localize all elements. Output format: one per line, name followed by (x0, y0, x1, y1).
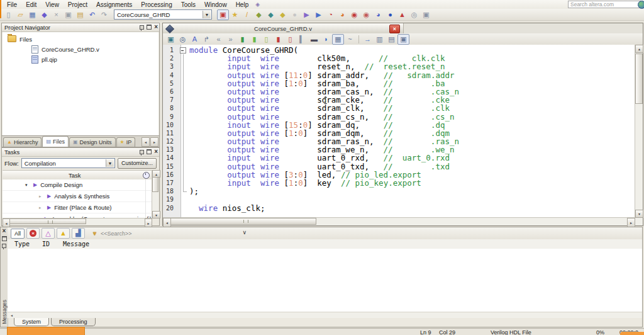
qsys-icon[interactable]: ● (384, 9, 396, 20)
fullscreen-icon[interactable]: ▣ (397, 34, 409, 45)
bookmark-add-icon[interactable]: ▮ (248, 34, 260, 45)
task-compile-design[interactable]: ▾▶Compile Design (3, 179, 152, 191)
paste-icon[interactable]: ▤ (74, 9, 86, 20)
menu-window[interactable]: Window (200, 1, 231, 9)
code-editor[interactable]: 1module CoreCourse_GHRD(2 input wire clk… (163, 45, 635, 218)
tree-item-pll-qip[interactable]: pll.qip (3, 54, 158, 64)
terminal-icon[interactable]: ▬ (308, 34, 320, 45)
scroll-right-icon[interactable]: ▸ (627, 218, 635, 227)
filter-critical-warnings-icon[interactable]: △ (42, 228, 55, 239)
new-file-icon[interactable]: ▯ (3, 9, 14, 20)
menu-edit[interactable]: Edit (21, 1, 41, 9)
messages-list[interactable] (8, 249, 642, 312)
column-header-type[interactable]: Type (14, 241, 42, 247)
menu-file[interactable]: File (3, 1, 21, 9)
open-file-icon[interactable]: ▱ (14, 9, 26, 20)
restore-icon[interactable] (147, 149, 152, 154)
tab-files[interactable]: ▤Files (42, 136, 69, 147)
menu-help[interactable]: Help (231, 1, 253, 9)
project-combo[interactable]: CoreCourse_GHRD ▼ (114, 9, 212, 20)
restore-icon[interactable] (147, 25, 152, 30)
settings-icon[interactable]: ▣ (217, 9, 229, 20)
column-header-message[interactable]: Message (63, 241, 89, 247)
window-cascade-icon[interactable]: ▤ (386, 34, 397, 45)
scrollbar-thumb[interactable] (170, 218, 316, 225)
tab-ip[interactable]: ★IP (116, 137, 136, 147)
task-fitter-place-route[interactable]: ▸▶Fitter (Place & Route) (3, 202, 152, 213)
tab-system[interactable]: System (14, 318, 49, 326)
filter-errors-icon[interactable]: × (26, 228, 40, 239)
feedback-icon[interactable]: ▣ (420, 9, 432, 20)
menu-project[interactable]: Project (64, 1, 92, 9)
bookmark-next-icon[interactable]: ▯ (260, 34, 272, 45)
editor-horizontal-scrollbar[interactable]: ◂ ▸ (163, 217, 635, 225)
close-document-button[interactable]: × (389, 25, 400, 33)
close-icon[interactable]: × (154, 25, 158, 30)
tree-item-files[interactable]: Files (3, 34, 158, 44)
tasks-vertical-scrollbar[interactable]: ▴ ▾ (152, 170, 158, 219)
bookmark-remove-icon[interactable]: ▮ (272, 34, 284, 45)
help-sphere-icon[interactable]: ◎ (408, 9, 420, 20)
pin-icon[interactable] (140, 25, 144, 30)
filter-flags-icon[interactable]: ▟ (72, 228, 85, 239)
filter-warnings-icon[interactable]: ▲ (57, 228, 70, 239)
menu-processing[interactable]: Processing (136, 1, 176, 9)
rtl-viewer-icon[interactable]: ◉ (360, 9, 372, 20)
rapid-recompile-icon[interactable]: ▶ (313, 9, 325, 20)
messages-horizontal-scrollbar[interactable]: ◂ (8, 312, 642, 318)
comment-icon[interactable]: ▍ (296, 34, 308, 45)
message-search-combo[interactable]: ▼ <<Search>> ∨ (92, 229, 247, 238)
menu-view[interactable]: View (41, 1, 64, 9)
pin-icon[interactable] (2, 244, 6, 248)
task-analysis-synthesis[interactable]: ▸▶Analysis & Synthesis (3, 191, 152, 202)
scrollbar-thumb[interactable] (152, 177, 158, 192)
collapsed-arrow-icon[interactable]: ▸ (39, 205, 44, 210)
chevron-down-icon[interactable]: ▼ (203, 11, 211, 18)
editor-document-tab[interactable]: CoreCourse_GHRD.v × (163, 23, 404, 33)
customize-button[interactable]: Customize... (118, 158, 157, 169)
scroll-right-icon[interactable]: ▸ (150, 137, 158, 147)
start-compilation-icon[interactable]: ▶ (301, 9, 313, 20)
wave-icon[interactable]: ~ (344, 34, 356, 45)
cut-icon[interactable]: × (50, 9, 62, 20)
tab-hierarchy[interactable]: ▲Hierarchy (3, 137, 42, 147)
syntax-coloring-icon[interactable]: ◗ (320, 34, 332, 45)
file-options-icon[interactable]: ▣ (165, 34, 177, 45)
niosii-tools-icon[interactable]: ▲ (396, 9, 408, 20)
timing-analyzer-alt-icon[interactable]: ◕ (336, 9, 348, 20)
fold-toggle-icon[interactable] (178, 46, 189, 54)
copy-icon[interactable]: ▣ (62, 9, 74, 20)
menu-extra-icon[interactable]: ◈ (255, 1, 260, 8)
pin-icon[interactable] (140, 150, 144, 154)
indent-decrease-icon[interactable]: « (213, 34, 225, 45)
scroll-up-icon[interactable]: ▴ (635, 45, 643, 53)
scrollbar-thumb[interactable] (635, 54, 643, 104)
tab-processing[interactable]: Processing (51, 318, 96, 326)
stop-icon[interactable]: ● (289, 9, 301, 20)
code-template-icon[interactable]: ▦ (332, 34, 344, 45)
replace-icon[interactable]: A (189, 34, 201, 45)
task-column-header[interactable]: Task (69, 172, 81, 179)
scroll-left-icon[interactable]: ◂ (142, 137, 150, 147)
menu-tools[interactable]: Tools (177, 1, 200, 9)
scroll-down-icon[interactable]: ▾ (152, 211, 160, 219)
partition-chip-icon[interactable]: ◆ (277, 9, 289, 20)
tab-design-units[interactable]: ▣Design Units (69, 137, 116, 147)
filter-all-button[interactable]: All (11, 229, 25, 239)
assignment-editor-icon[interactable]: / (241, 9, 253, 20)
window-split-icon[interactable]: ▥ (374, 34, 386, 45)
collapsed-arrow-icon[interactable]: ▸ (39, 194, 44, 199)
close-icon[interactable]: × (154, 149, 158, 154)
editor-vertical-scrollbar[interactable]: ▴ ▾ (635, 45, 643, 218)
globe-icon[interactable] (638, 1, 644, 9)
next-marker-icon[interactable]: → (362, 34, 374, 45)
redo-icon[interactable]: ↷ (98, 9, 110, 20)
programmer-icon[interactable]: ◕ (372, 9, 384, 20)
bookmark-icon[interactable]: ▮ (236, 34, 248, 45)
expanded-arrow-icon[interactable]: ▾ (25, 183, 30, 188)
chevron-down-icon[interactable]: ▼ (106, 159, 114, 167)
search-altera-input[interactable] (568, 1, 641, 8)
menu-assignments[interactable]: Assignments (92, 1, 136, 9)
tasks-horizontal-scrollbar[interactable]: ◂ ▸ (3, 218, 152, 225)
save-icon[interactable]: ▦ (26, 9, 38, 20)
